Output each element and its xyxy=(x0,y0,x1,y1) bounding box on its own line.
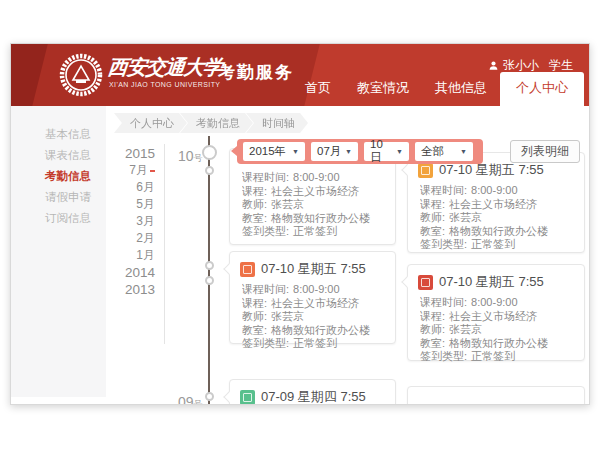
scale-month-feb[interactable]: 2月 xyxy=(109,230,155,247)
breadcrumb-timeline[interactable]: 时间轴 xyxy=(246,113,308,133)
day-suffix: 号 xyxy=(194,153,203,163)
card-field-checkin-type: 签到类型:正常签到 xyxy=(420,238,576,252)
selected-month-tick xyxy=(150,170,155,172)
card-field-time: 课程时间:8:00-9:00 xyxy=(420,296,576,310)
attendance-card: 07-10 星期五 7:55 课程时间:8:00-9:00 课程:社会主义市场经… xyxy=(407,152,585,253)
card-field-course: 课程:社会主义市场经济 xyxy=(242,185,387,199)
card-header: 07-10 星期五 7:55 xyxy=(230,252,395,281)
attendance-card: 07-09 星期四 7:55 xyxy=(229,379,396,405)
day-suffix: 号 xyxy=(194,399,203,405)
checkin-stamp-icon xyxy=(240,262,255,277)
day-select[interactable]: 10日 ▼ xyxy=(364,142,409,161)
field-value: 正常签到 xyxy=(293,225,337,237)
field-label: 课程: xyxy=(420,310,445,322)
month-select-value: 07月 xyxy=(317,144,341,159)
field-label: 课程时间: xyxy=(420,184,467,196)
sidebar: 基本信息 课表信息 考勤信息 请假申请 订阅信息 xyxy=(11,106,106,397)
caret-down-icon: ▼ xyxy=(345,148,352,155)
year-select-value: 2015年 xyxy=(249,144,286,159)
timeline-node xyxy=(205,276,214,285)
scale-year-2014[interactable]: 2014 xyxy=(109,264,155,281)
card-date-title: 07-10 星期五 7:55 xyxy=(439,273,544,291)
scale-month-jul[interactable]: 7月 xyxy=(109,162,155,179)
field-value: 格物致知行政办公楼 xyxy=(449,225,548,237)
card-field-time: 课程时间:8:00-9:00 xyxy=(420,184,576,198)
scale-month-mar[interactable]: 3月 xyxy=(109,213,155,230)
attendance-card xyxy=(407,386,585,405)
nav-other-info[interactable]: 其他信息 xyxy=(422,72,500,106)
app-header: 西安交通大学 XI'AN JIAO TONG UNIVERSITY 考勤服务 张… xyxy=(11,44,589,106)
field-label: 签到类型: xyxy=(420,238,467,250)
card-details: 课程时间:8:00-9:00 课程:社会主义市场经济 教师:张芸京 教室:格物致… xyxy=(230,281,395,359)
sidebar-item-attendance[interactable]: 考勤信息 xyxy=(11,166,106,187)
month-select[interactable]: 07月 ▼ xyxy=(311,142,358,161)
card-field-classroom: 教室:格物致知行政办公楼 xyxy=(242,324,387,338)
breadcrumb: 个人中心 考勤信息 时间轴 xyxy=(114,113,308,133)
field-value: 正常签到 xyxy=(293,337,337,349)
main-nav: 首页 教室情况 其他信息 个人中心 xyxy=(292,72,584,106)
field-label: 签到类型: xyxy=(420,350,467,362)
attendance-card: 07-10 星期五 7:55 课程时间:8:00-9:00 课程:社会主义市场经… xyxy=(229,251,396,344)
filter-bar: 2015年 ▼ 07月 ▼ 10日 ▼ 全部 ▼ xyxy=(237,139,483,164)
timeline-node-major xyxy=(202,145,217,160)
field-label: 课程时间: xyxy=(420,296,467,308)
field-value: 张芸京 xyxy=(271,310,304,322)
field-label: 课程时间: xyxy=(242,283,289,295)
day-number: 10 xyxy=(178,148,194,164)
checkin-stamp-icon xyxy=(418,275,433,290)
timeline-axis xyxy=(208,136,210,405)
nav-classrooms[interactable]: 教室情况 xyxy=(344,72,422,106)
filter-bar-tail xyxy=(231,146,237,156)
field-value: 正常签到 xyxy=(471,350,515,362)
card-field-classroom: 教室:格物致知行政办公楼 xyxy=(420,225,576,239)
nav-home[interactable]: 首页 xyxy=(292,72,344,106)
breadcrumb-attendance[interactable]: 考勤信息 xyxy=(180,113,253,133)
field-label: 教室: xyxy=(420,225,445,237)
year-select[interactable]: 2015年 ▼ xyxy=(243,142,305,161)
attendance-card: 07-10 星期五 7:55 课程时间:8:00-9:00 课程:社会主义市场经… xyxy=(407,264,585,361)
sidebar-item-leave-request[interactable]: 请假申请 xyxy=(11,187,106,208)
card-field-teacher: 教师:张芸京 xyxy=(242,310,387,324)
field-value: 社会主义市场经济 xyxy=(271,297,359,309)
scale-month-jan[interactable]: 1月 xyxy=(109,247,155,264)
field-label: 教师: xyxy=(242,198,267,210)
card-header: 07-09 星期四 7:55 xyxy=(230,380,395,405)
card-date-title: 07-10 星期五 7:55 xyxy=(261,260,366,278)
card-field-checkin-type: 签到类型:正常签到 xyxy=(242,337,387,351)
day-marker-10: 10号 xyxy=(178,147,203,165)
timeline-node xyxy=(205,261,214,270)
scale-month-jun[interactable]: 6月 xyxy=(109,179,155,196)
field-label: 教师: xyxy=(420,323,445,335)
card-field-course: 课程:社会主义市场经济 xyxy=(420,198,576,212)
day-marker-09: 09号 xyxy=(178,393,203,405)
breadcrumb-personal-center[interactable]: 个人中心 xyxy=(114,113,187,133)
scale-year-2015[interactable]: 2015 xyxy=(109,145,155,162)
timeline-scale: 2015 7月 6月 5月 3月 2月 1月 2014 2013 xyxy=(109,145,155,298)
field-value: 张芸京 xyxy=(449,211,482,223)
university-logo-icon xyxy=(59,53,103,97)
sidebar-item-schedule[interactable]: 课表信息 xyxy=(11,145,106,166)
university-name-cn: 西安交通大学 xyxy=(107,54,224,81)
list-detail-button[interactable]: 列表明细 xyxy=(510,140,580,163)
caret-down-icon: ▼ xyxy=(460,148,467,155)
sidebar-item-basic-info[interactable]: 基本信息 xyxy=(11,124,106,145)
field-value: 格物致知行政办公楼 xyxy=(271,212,370,224)
field-value: 8:00-9:00 xyxy=(471,184,517,196)
field-value: 8:00-9:00 xyxy=(293,283,339,295)
field-label: 教室: xyxy=(242,324,267,336)
scale-month-may[interactable]: 5月 xyxy=(109,196,155,213)
field-value: 正常签到 xyxy=(471,238,515,250)
nav-personal-center[interactable]: 个人中心 xyxy=(500,72,584,106)
scale-year-2013[interactable]: 2013 xyxy=(109,281,155,298)
user-icon xyxy=(488,60,499,71)
card-field-teacher: 教师:张芸京 xyxy=(420,323,576,337)
field-label: 课程: xyxy=(242,185,267,197)
caret-down-icon: ▼ xyxy=(396,148,403,155)
caret-down-icon: ▼ xyxy=(292,148,299,155)
field-label: 签到类型: xyxy=(242,337,289,349)
checkin-stamp-icon xyxy=(418,163,433,178)
category-select[interactable]: 全部 ▼ xyxy=(415,142,473,161)
field-value: 社会主义市场经济 xyxy=(449,198,537,210)
field-label: 课程时间: xyxy=(242,171,289,183)
sidebar-item-subscription[interactable]: 订阅信息 xyxy=(11,208,106,229)
